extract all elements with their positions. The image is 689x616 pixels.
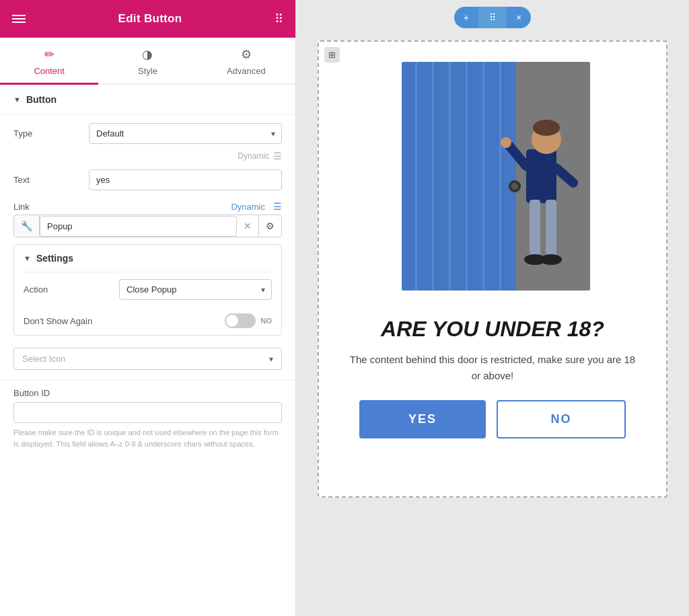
content-tab-icon: ✏ [44, 47, 55, 62]
tab-advanced[interactable]: ⚙ Advanced [197, 38, 295, 85]
svg-rect-6 [482, 62, 484, 291]
link-clear-button[interactable]: ✕ [237, 215, 258, 237]
preview-no-button[interactable]: NO [497, 400, 626, 438]
svg-rect-7 [499, 62, 501, 291]
toolbar-close-button[interactable]: × [507, 7, 531, 28]
svg-point-9 [511, 183, 518, 190]
panel-title: Edit Button [118, 12, 182, 26]
action-select[interactable]: Close Popup Open Popup Redirect [119, 279, 272, 300]
toolbar-drag-button[interactable]: ⠿ [478, 7, 507, 28]
link-input-row: 🔧 ✕ ⚙ [13, 215, 282, 237]
button-section-label: Button [26, 94, 57, 105]
text-row: Text [0, 164, 295, 196]
panel-content: ▼ Button Type Default Dynamic ☰ Text [0, 85, 295, 616]
tab-content[interactable]: ✏ Content [0, 38, 98, 85]
svg-rect-4 [449, 62, 451, 291]
svg-rect-17 [546, 200, 556, 260]
button-id-label: Button ID [13, 388, 282, 398]
select-icon-placeholder: Select Icon [22, 354, 269, 364]
tab-style[interactable]: ◑ Style [98, 38, 196, 85]
preview-content: ARE YOU UNDER 18? The content behind thi… [319, 304, 666, 459]
preview-buttons: YES NO [346, 400, 639, 438]
action-select-wrapper: Close Popup Open Popup Redirect [119, 279, 272, 300]
left-panel: Edit Button ⠿ ✏ Content ◑ Style ⚙ Advanc… [0, 0, 296, 616]
type-select[interactable]: Default [89, 123, 282, 144]
button-section-header: ▼ Button [0, 85, 295, 112]
settings-collapse-arrow[interactable]: ▼ [24, 254, 31, 262]
svg-point-14 [501, 137, 511, 148]
text-input-wrapper [89, 169, 282, 190]
settings-box: ▼ Settings Action Close Popup Open Popup… [13, 244, 282, 336]
link-input[interactable] [40, 216, 237, 237]
dynamic-label-1: Dynamic [238, 151, 269, 161]
type-select-wrapper: Default [89, 123, 282, 144]
link-wrench-icon: 🔧 [14, 215, 40, 237]
toggle-state-label: NO [261, 317, 273, 325]
dynamic-row-1: Dynamic ☰ [0, 149, 295, 164]
svg-point-12 [533, 120, 560, 136]
button-id-section: Button ID Please make sure the ID is uni… [0, 383, 295, 455]
link-row: Link Dynamic ☰ [0, 196, 295, 215]
preview-yes-button[interactable]: YES [359, 400, 486, 438]
door-illustration [319, 42, 666, 304]
settings-label: Settings [36, 253, 73, 264]
link-dynamic-icon[interactable]: ☰ [273, 201, 282, 212]
tab-bar: ✏ Content ◑ Style ⚙ Advanced [0, 38, 295, 85]
link-label: Link [13, 202, 81, 212]
tab-advanced-label: Advanced [227, 66, 266, 76]
link-settings-button[interactable]: ⚙ [258, 215, 281, 237]
select-icon-chevron: ▾ [269, 354, 273, 364]
dont-show-row: Don't Show Again NO [14, 307, 281, 335]
divider-1 [0, 114, 295, 115]
svg-rect-16 [530, 200, 540, 260]
dynamic-icon-1[interactable]: ☰ [273, 151, 282, 161]
advanced-tab-icon: ⚙ [241, 47, 252, 62]
preview-title: ARE YOU UNDER 18? [346, 317, 639, 341]
panel-header: Edit Button ⠿ [0, 0, 295, 38]
button-id-hint: Please make sure the ID is unique and no… [13, 427, 282, 449]
text-label: Text [13, 175, 81, 185]
tab-content-label: Content [34, 66, 65, 76]
action-row: Action Close Popup Open Popup Redirect [14, 272, 281, 307]
svg-point-19 [540, 254, 562, 265]
svg-rect-3 [432, 62, 434, 291]
select-icon-box[interactable]: Select Icon ▾ [13, 348, 282, 370]
top-toolbar: + ⠿ × [454, 0, 531, 34]
svg-rect-2 [415, 62, 417, 291]
corner-icon: ⊞ [324, 47, 340, 63]
right-panel: + ⠿ × ⊞ [296, 0, 689, 616]
tab-style-label: Style [138, 66, 157, 76]
type-row: Type Default [0, 118, 295, 149]
text-input[interactable] [89, 169, 282, 190]
settings-header: ▼ Settings [14, 245, 281, 272]
hamburger-menu-icon[interactable] [12, 13, 26, 25]
action-label: Action [24, 284, 111, 295]
toolbar-add-button[interactable]: + [454, 7, 478, 28]
preview-area: ⊞ [318, 40, 667, 498]
svg-rect-1 [402, 62, 516, 291]
select-icon-row: Select Icon ▾ [0, 342, 295, 377]
button-id-input[interactable] [13, 402, 282, 423]
type-label: Type [13, 128, 81, 139]
preview-subtitle: The content behind this door is restrict… [346, 352, 639, 384]
style-tab-icon: ◑ [142, 47, 153, 62]
door-svg [395, 62, 590, 291]
dont-show-toggle[interactable] [225, 313, 256, 328]
dont-show-label: Don't Show Again [24, 316, 111, 326]
link-dynamic-label[interactable]: Dynamic [231, 202, 265, 212]
svg-rect-5 [466, 62, 468, 291]
grid-icon[interactable]: ⠿ [275, 11, 283, 26]
svg-rect-10 [526, 149, 556, 203]
toggle-wrapper: NO [119, 313, 272, 328]
section-collapse-arrow[interactable]: ▼ [13, 95, 21, 104]
divider-2 [0, 379, 295, 380]
